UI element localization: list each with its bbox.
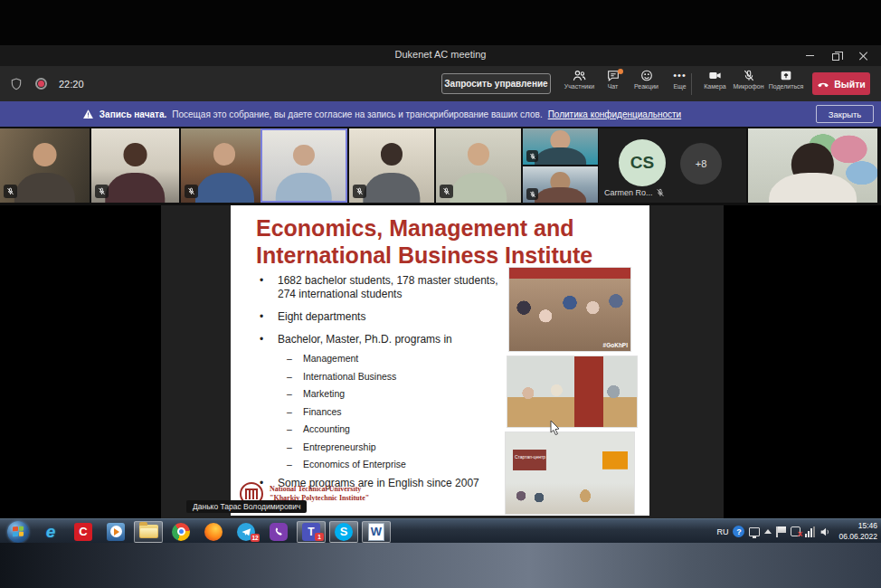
window-title: Dukenet AC meeting bbox=[0, 49, 881, 60]
word-icon: W bbox=[368, 523, 384, 541]
minimize-icon bbox=[806, 55, 814, 56]
shared-screen-backdrop: Economics, Management and International … bbox=[161, 205, 724, 518]
network-signal-icon[interactable] bbox=[805, 526, 815, 537]
windows-logo-icon bbox=[7, 521, 29, 543]
show-hidden-icons-button[interactable] bbox=[764, 529, 772, 534]
display-tray-icon[interactable] bbox=[749, 527, 760, 536]
participant-video bbox=[13, 143, 77, 203]
slide-bullet-list: 1682 bachelor students, 178 master stude… bbox=[258, 274, 500, 499]
video-tile-2[interactable] bbox=[91, 128, 179, 203]
device-alert-icon[interactable] bbox=[791, 526, 800, 536]
video-tile-8[interactable] bbox=[523, 166, 598, 203]
video-tile-active-speaker[interactable] bbox=[261, 128, 347, 203]
close-button[interactable] bbox=[850, 45, 877, 66]
reactions-button[interactable]: Реакции bbox=[630, 69, 663, 90]
skype-icon: S bbox=[335, 523, 353, 541]
video-tile-3[interactable] bbox=[181, 128, 268, 203]
privacy-policy-link[interactable]: Политика конфиденциальности bbox=[548, 109, 682, 119]
slide-photo-students: #GoKhPI bbox=[508, 267, 631, 352]
start-button[interactable] bbox=[4, 521, 33, 543]
mouse-cursor bbox=[549, 420, 562, 436]
camera-icon bbox=[707, 69, 723, 82]
video-tile-6[interactable] bbox=[436, 128, 521, 203]
mic-muted-badge bbox=[185, 185, 198, 198]
taskbar-file-explorer[interactable] bbox=[134, 521, 163, 543]
share-button[interactable]: Поделиться bbox=[765, 69, 807, 90]
taskbar-media-app[interactable]: C bbox=[69, 521, 98, 543]
tray-time: 15:46 bbox=[838, 521, 877, 531]
taskbar-teams[interactable]: T 1 bbox=[297, 521, 326, 543]
mic-muted-badge bbox=[4, 185, 17, 198]
meeting-toolbar: 22:20 Запросить управление Участники Чат… bbox=[0, 66, 881, 101]
taskbar-word[interactable]: W bbox=[362, 521, 391, 543]
warning-icon bbox=[82, 109, 94, 119]
minimize-button[interactable] bbox=[796, 45, 823, 66]
audio-participants-tile[interactable]: CS Carmen Ro... +8 bbox=[599, 128, 746, 203]
chat-button[interactable]: Чат bbox=[596, 69, 630, 90]
close-icon bbox=[859, 52, 868, 61]
slide-sub-bullet: Economics of Enterprise bbox=[287, 459, 500, 469]
tray-date: 06.06.2022 bbox=[838, 532, 877, 542]
slide-sub-bullet: Accounting bbox=[287, 423, 500, 434]
avatar[interactable]: CS bbox=[619, 139, 666, 186]
restore-button[interactable] bbox=[823, 45, 850, 66]
participants-icon bbox=[572, 69, 587, 82]
photo-sign-text: Стартап-центр bbox=[514, 454, 546, 460]
slide-bullet: 1682 bachelor students, 178 master stude… bbox=[258, 274, 500, 301]
toolbar-divider bbox=[691, 73, 692, 95]
video-tile-1[interactable] bbox=[0, 128, 90, 203]
system-tray: RU ? 15:46 06.06.2022 bbox=[716, 519, 877, 544]
telegram-badge: 12 bbox=[251, 534, 260, 542]
viber-icon bbox=[270, 523, 288, 541]
slide-photo-seminar: Стартап-центр bbox=[505, 432, 635, 515]
mic-muted-badge bbox=[440, 185, 453, 198]
participants-button[interactable]: Участники bbox=[563, 69, 596, 90]
restore-icon bbox=[832, 53, 839, 61]
letterbox-top bbox=[0, 0, 881, 45]
taskbar-viber[interactable] bbox=[264, 521, 293, 543]
camera-button[interactable]: Камера bbox=[698, 69, 732, 90]
video-tile-9[interactable] bbox=[748, 128, 877, 203]
recording-indicator-icon bbox=[35, 78, 47, 90]
help-tray-icon[interactable]: ? bbox=[733, 526, 744, 537]
slide-photo-meeting bbox=[507, 356, 638, 428]
taskbar-chrome[interactable] bbox=[166, 521, 195, 543]
slide-bullet: Eight departments bbox=[258, 310, 500, 324]
tray-clock[interactable]: 15:46 06.06.2022 bbox=[838, 521, 877, 541]
mic-muted-badge bbox=[526, 150, 538, 162]
banner-close-button[interactable]: Закрыть bbox=[816, 105, 874, 123]
letterbox-bottom bbox=[0, 543, 881, 588]
mic-muted-icon bbox=[656, 188, 665, 197]
slide-title: Economics, Management and International … bbox=[256, 214, 639, 269]
taskbar-internet-explorer[interactable]: e bbox=[36, 521, 65, 543]
volume-icon[interactable] bbox=[819, 526, 831, 537]
video-tile-5[interactable] bbox=[349, 128, 434, 203]
media-app-icon: C bbox=[74, 523, 92, 541]
presentation-slide: Economics, Management and International … bbox=[231, 205, 649, 516]
participants-filmstrip: CS Carmen Ro... +8 bbox=[0, 127, 881, 205]
reactions-icon bbox=[639, 69, 654, 82]
microphone-button[interactable]: Микрофон bbox=[732, 69, 765, 90]
leave-button[interactable]: Выйти bbox=[812, 72, 870, 95]
taskbar-media-player[interactable] bbox=[101, 521, 130, 543]
shield-icon[interactable] bbox=[9, 77, 24, 91]
language-indicator[interactable]: RU bbox=[716, 527, 728, 536]
recording-banner-message: Посещая это собрание, вы даете согласие … bbox=[172, 109, 542, 119]
slide-bullet: Bachelor, Master, Ph.D. programs in bbox=[258, 333, 500, 346]
overflow-participants-badge[interactable]: +8 bbox=[680, 143, 722, 185]
avatar-name: Carmen Ro... bbox=[604, 188, 653, 197]
photo-hashtag: #GoKhPI bbox=[603, 342, 628, 348]
media-player-icon bbox=[107, 523, 125, 541]
taskbar-telegram[interactable]: 12 bbox=[232, 521, 261, 543]
meeting-window: Dukenet AC meeting 22:20 Запросить управ… bbox=[0, 0, 881, 588]
request-control-button[interactable]: Запросить управление bbox=[441, 73, 551, 94]
video-tile-7[interactable] bbox=[523, 128, 598, 165]
chrome-icon bbox=[172, 523, 190, 541]
mic-muted-badge bbox=[95, 185, 109, 198]
chat-unread-badge bbox=[618, 69, 623, 74]
share-icon bbox=[779, 69, 793, 82]
taskbar-skype[interactable]: S bbox=[329, 521, 358, 543]
recording-banner: Запись начата. Посещая это собрание, вы … bbox=[0, 101, 881, 127]
taskbar-firefox[interactable] bbox=[199, 521, 228, 543]
action-center-alert-icon[interactable] bbox=[776, 526, 786, 537]
